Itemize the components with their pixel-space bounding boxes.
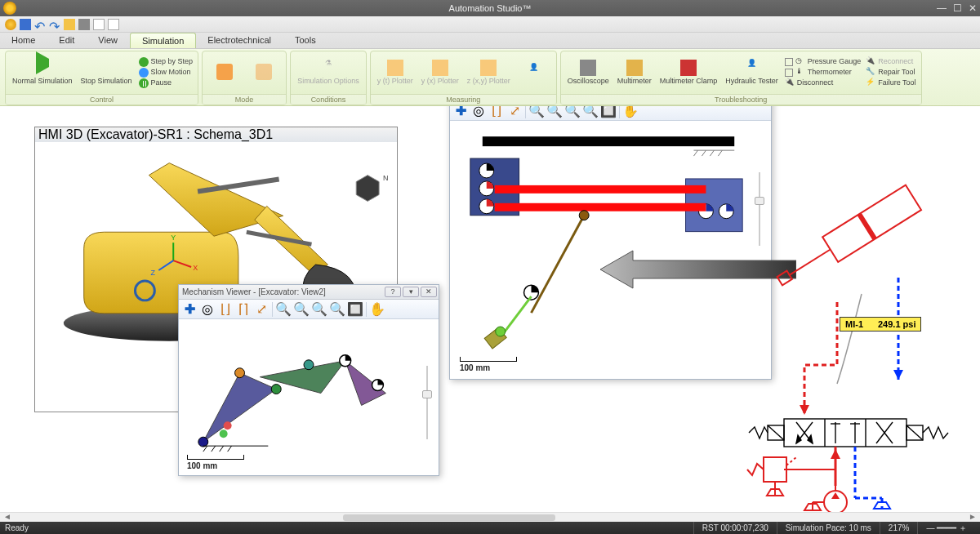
svg-line-43 xyxy=(531,216,584,313)
svg-rect-41 xyxy=(495,185,706,194)
person-icon: 👤 xyxy=(526,64,542,80)
zoom-out-icon[interactable]: 🔍 xyxy=(583,106,598,118)
pressure-gauge-button[interactable]: ◷Pressure Gauge xyxy=(785,57,862,67)
tab-simulation[interactable]: Simulation xyxy=(130,33,196,48)
redo-icon[interactable]: ↷ xyxy=(49,19,60,30)
svg-line-26 xyxy=(220,446,224,452)
zoom-box-icon[interactable]: 🔲 xyxy=(348,302,363,317)
new-icon[interactable] xyxy=(5,19,16,30)
zoom-in-icon[interactable]: 🔍 xyxy=(565,106,580,118)
scale-label: 100 mm xyxy=(460,357,517,372)
menu-tabs: Home Edit View Simulation Electrotechnic… xyxy=(0,33,980,49)
zoom-sel-icon[interactable]: 🔍 xyxy=(529,106,544,118)
mechanism-viewer-2[interactable]: Mechanism Viewer - [Excavator: View2] ?▾… xyxy=(178,284,439,476)
status-pace: Simulation Pace: 10 ms xyxy=(777,522,880,534)
zoom-controls[interactable]: — ━━━━ ＋ xyxy=(917,522,975,534)
thermometer-button[interactable]: 🌡Thermometer xyxy=(785,68,862,78)
simulation-options-button[interactable]: ⚗ Simulation Options xyxy=(296,58,361,87)
zoom-box-icon[interactable]: 🔲 xyxy=(601,106,616,118)
tab-edit[interactable]: Edit xyxy=(47,33,87,48)
hmi-3d-titlebar[interactable]: HMI 3D (Excavator)-SR1 : Schema_3D1 — ☐ … xyxy=(35,127,397,142)
mode-toggle-2[interactable] xyxy=(247,62,281,83)
normal-simulation-button[interactable]: Normal Simulation xyxy=(11,58,74,87)
doc-icon[interactable] xyxy=(93,19,105,30)
zoom-slider[interactable] xyxy=(422,366,432,439)
group-troubleshooting: Oscilloscope Multimeter Multimeter Clamp… xyxy=(560,51,922,105)
target-icon[interactable]: ◎ xyxy=(200,302,215,317)
pressure-gauge-label[interactable]: MI-1 249.1 psi xyxy=(840,317,921,332)
multimeter-clamp-button[interactable]: Multimeter Clamp xyxy=(658,58,719,87)
snap1-icon[interactable]: ⌊⌋ xyxy=(218,302,233,317)
mech2-canvas[interactable]: 100 mm xyxy=(179,319,439,475)
mech2-title: Mechanism Viewer - [Excavator: View2] xyxy=(182,287,326,296)
person-plotter-button[interactable]: 👤 xyxy=(517,62,551,83)
step-icon xyxy=(139,57,149,67)
mode-toggle-1[interactable] xyxy=(207,62,242,83)
hydraulic-tester-button[interactable]: 👤Hydraulic Tester xyxy=(724,58,779,87)
pause-button[interactable]: Pause xyxy=(139,78,194,88)
stop-simulation-button[interactable]: Stop Simulation xyxy=(79,58,134,87)
mechanism-viewer-1[interactable]: Mechanism Viewer - [Mechanism_1: View1] … xyxy=(449,106,772,380)
zoom-out-icon[interactable]: 🔍 xyxy=(330,302,345,317)
titlebar: Automation Studio™ — ☐ ✕ xyxy=(0,0,980,16)
svg-line-72 xyxy=(906,425,923,440)
add-icon[interactable]: ✚ xyxy=(182,302,197,317)
tab-home[interactable]: Home xyxy=(0,33,47,48)
add-icon[interactable]: ✚ xyxy=(453,106,468,118)
svg-marker-60 xyxy=(808,435,813,443)
svg-line-70 xyxy=(768,425,784,440)
hydraulic-schematic[interactable] xyxy=(739,176,976,514)
snap1-icon[interactable]: ⌊⌋ xyxy=(489,106,504,118)
svg-line-52 xyxy=(789,249,831,275)
pin-button[interactable]: ▾ xyxy=(403,287,419,297)
oscilloscope-button[interactable]: Oscilloscope xyxy=(566,58,611,87)
checkbox-icon xyxy=(785,58,793,66)
multimeter-button[interactable]: Multimeter xyxy=(616,58,653,87)
yt-plotter-button[interactable]: y (t) Plotter xyxy=(376,58,415,87)
yx-plotter-button[interactable]: y (x) Plotter xyxy=(420,58,461,87)
clamp-icon xyxy=(680,60,697,76)
maximize-button[interactable]: ☐ xyxy=(953,2,962,14)
undo-icon[interactable]: ↶ xyxy=(34,19,46,30)
help-button[interactable]: ? xyxy=(385,287,401,297)
pan-icon[interactable]: ✋ xyxy=(623,106,638,118)
slow-motion-button[interactable]: Slow Motion xyxy=(139,68,194,78)
tab-electrotechnical[interactable]: Electrotechnical xyxy=(196,33,283,48)
svg-text:X: X xyxy=(193,264,198,272)
save-icon[interactable] xyxy=(20,19,31,30)
pan-icon[interactable]: ✋ xyxy=(370,302,385,317)
mode2-icon xyxy=(256,64,272,80)
disconnect-button[interactable]: 🔌Disconnect xyxy=(785,78,862,88)
tab-view[interactable]: View xyxy=(87,33,130,48)
svg-marker-83 xyxy=(831,492,840,499)
snap2-icon[interactable]: ⌈⌉ xyxy=(236,302,251,317)
step-by-step-button[interactable]: Step by Step xyxy=(139,57,194,67)
zoom-sel2-icon[interactable]: 🔍 xyxy=(294,302,309,317)
target-icon[interactable]: ◎ xyxy=(471,106,486,118)
zoom-in-icon[interactable]: 🔍 xyxy=(312,302,327,317)
status-ready: Ready xyxy=(5,523,29,532)
folder-icon[interactable] xyxy=(64,19,75,30)
repair-tool-button[interactable]: 🔧Repair Tool xyxy=(866,68,915,78)
zoom-sel-icon[interactable]: 🔍 xyxy=(276,302,291,317)
close-button[interactable]: ✕ xyxy=(969,2,977,14)
close-button[interactable]: ✕ xyxy=(421,287,437,297)
zoom-sel2-icon[interactable]: 🔍 xyxy=(547,106,562,118)
svg-line-31 xyxy=(702,150,706,156)
svg-text:Z: Z xyxy=(150,269,155,277)
print-icon[interactable] xyxy=(78,19,90,30)
mech2-titlebar[interactable]: Mechanism Viewer - [Excavator: View2] ?▾… xyxy=(179,285,439,300)
tab-tools[interactable]: Tools xyxy=(283,33,328,48)
gauge-icon: ◷ xyxy=(795,57,805,67)
svg-marker-4 xyxy=(356,176,379,202)
zxy-plotter-button[interactable]: z (x,y) Plotter xyxy=(466,58,512,87)
svg-marker-54 xyxy=(800,405,809,415)
h-scrollbar[interactable]: ◄ ► xyxy=(0,512,980,522)
reconnect-button[interactable]: 🔌Reconnect xyxy=(866,57,915,67)
minimize-button[interactable]: — xyxy=(937,2,947,14)
doc2-icon[interactable] xyxy=(108,19,119,30)
svg-line-81 xyxy=(786,457,796,465)
fit-icon[interactable]: ⤢ xyxy=(254,302,269,317)
failure-tool-button[interactable]: ⚡Failure Tool xyxy=(866,78,915,88)
snap2-icon[interactable]: ⤢ xyxy=(507,106,522,118)
